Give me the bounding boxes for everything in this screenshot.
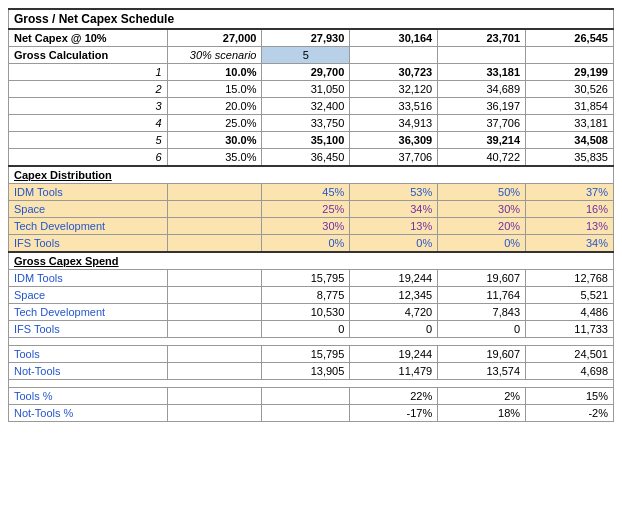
row1-pct: 10.0% [167,64,262,81]
gross-calc-label: Gross Calculation [9,47,168,64]
row5-v4: 34,508 [526,132,614,149]
row-num-5: 5 [9,132,168,149]
spend-space-label: Space [9,287,168,304]
dist-ifs-row: IFS Tools 0% 0% 0% 34% [9,235,614,253]
dist-tech-label: Tech Development [9,218,168,235]
dist-ifs-label: IFS Tools [9,235,168,253]
spreadsheet-title: Gross / Net Capex Schedule [9,9,614,29]
gross-capex-header: Gross Capex Spend [9,252,614,270]
dist-ifs-v1: 0% [262,235,350,253]
row5-v2: 36,309 [350,132,438,149]
spreadsheet-container: Gross / Net Capex Schedule Net Capex @ 1… [0,0,622,430]
row5-pct: 30.0% [167,132,262,149]
spend-space-v2: 12,345 [350,287,438,304]
capex-dist-label: Capex Distribution [9,166,614,184]
tools-total-row: Tools 15,795 19,244 19,607 24,501 [9,346,614,363]
row1-v3: 33,181 [438,64,526,81]
net-capex-v5: 26,545 [526,29,614,47]
tools-pct-label: Tools % [9,388,168,405]
row2-pct: 15.0% [167,81,262,98]
spend-space-v3: 11,764 [438,287,526,304]
row3-pct: 20.0% [167,98,262,115]
net-capex-v4: 23,701 [438,29,526,47]
not-tools-v1: 13,905 [262,363,350,380]
not-tools-pct-v1: -17% [350,405,438,422]
gross-calc-row: Gross Calculation 30% scenario 5 [9,47,614,64]
dist-space-label: Space [9,201,168,218]
row3-v3: 36,197 [438,98,526,115]
dist-space-v3: 30% [438,201,526,218]
dist-ifs-v4: 34% [526,235,614,253]
net-capex-v1: 27,000 [167,29,262,47]
row3-v4: 31,854 [526,98,614,115]
spend-tech-row: Tech Development 10,530 4,720 7,843 4,48… [9,304,614,321]
row-num-3: 3 [9,98,168,115]
row2-v2: 32,120 [350,81,438,98]
tools-pct-v3: 15% [526,388,614,405]
dist-tech-v4: 13% [526,218,614,235]
dist-idm-v1: 45% [262,184,350,201]
not-tools-pct-v3: -2% [526,405,614,422]
spend-ifs-v3: 0 [438,321,526,338]
dist-ifs-v3: 0% [438,235,526,253]
row-num-4: 4 [9,115,168,132]
dist-space-row: Space 25% 34% 30% 16% [9,201,614,218]
row1-v2: 30,723 [350,64,438,81]
spend-idm-label: IDM Tools [9,270,168,287]
row-num-1: 1 [9,64,168,81]
spend-ifs-label: IFS Tools [9,321,168,338]
tools-label: Tools [9,346,168,363]
not-tools-total-row: Not-Tools 13,905 11,479 13,574 4,698 [9,363,614,380]
net-capex-row: Net Capex @ 10% 27,000 27,930 30,164 23,… [9,29,614,47]
spend-space-row: Space 8,775 12,345 11,764 5,521 [9,287,614,304]
not-tools-pct-row: Not-Tools % -17% 18% -2% [9,405,614,422]
spend-tech-v4: 4,486 [526,304,614,321]
not-tools-v4: 4,698 [526,363,614,380]
spend-idm-v1: 15,795 [262,270,350,287]
scenario-label: 30% scenario [167,47,262,64]
capex-dist-header: Capex Distribution [9,166,614,184]
row3-v2: 33,516 [350,98,438,115]
spend-ifs-v4: 11,733 [526,321,614,338]
tools-pct-row: Tools % 22% 2% 15% [9,388,614,405]
row-num-6: 6 [9,149,168,167]
gross-calc-row-6: 6 35.0% 36,450 37,706 40,722 35,835 [9,149,614,167]
row2-v4: 30,526 [526,81,614,98]
row4-v3: 37,706 [438,115,526,132]
dist-tech-row: Tech Development 30% 13% 20% 13% [9,218,614,235]
gross-calc-row-4: 4 25.0% 33,750 34,913 37,706 33,181 [9,115,614,132]
dist-ifs-v2: 0% [350,235,438,253]
not-tools-pct-label: Not-Tools % [9,405,168,422]
spend-idm-row: IDM Tools 15,795 19,244 19,607 12,768 [9,270,614,287]
dist-tech-v1: 30% [262,218,350,235]
row4-v4: 33,181 [526,115,614,132]
dist-idm-v4: 37% [526,184,614,201]
spacer-row-1 [9,338,614,346]
gross-capex-label: Gross Capex Spend [9,252,614,270]
spend-ifs-v2: 0 [350,321,438,338]
gross-calc-row-2: 2 15.0% 31,050 32,120 34,689 30,526 [9,81,614,98]
tools-pct-v1: 22% [350,388,438,405]
tools-v2: 19,244 [350,346,438,363]
dist-tech-v3: 20% [438,218,526,235]
scenario-value: 5 [262,47,350,64]
gross-calc-row-3: 3 20.0% 32,400 33,516 36,197 31,854 [9,98,614,115]
spend-space-v1: 8,775 [262,287,350,304]
tools-pct-v2: 2% [438,388,526,405]
net-capex-v3: 30,164 [350,29,438,47]
dist-space-v1: 25% [262,201,350,218]
dist-idm-label: IDM Tools [9,184,168,201]
spend-tech-v1: 10,530 [262,304,350,321]
spend-tech-label: Tech Development [9,304,168,321]
spend-tech-v3: 7,843 [438,304,526,321]
dist-idm-v2: 53% [350,184,438,201]
dist-space-v2: 34% [350,201,438,218]
spend-ifs-row: IFS Tools 0 0 0 11,733 [9,321,614,338]
row4-pct: 25.0% [167,115,262,132]
tools-v4: 24,501 [526,346,614,363]
spend-tech-v2: 4,720 [350,304,438,321]
row6-v2: 37,706 [350,149,438,167]
spend-ifs-v1: 0 [262,321,350,338]
gross-calc-row-1: 1 10.0% 29,700 30,723 33,181 29,199 [9,64,614,81]
row2-v1: 31,050 [262,81,350,98]
